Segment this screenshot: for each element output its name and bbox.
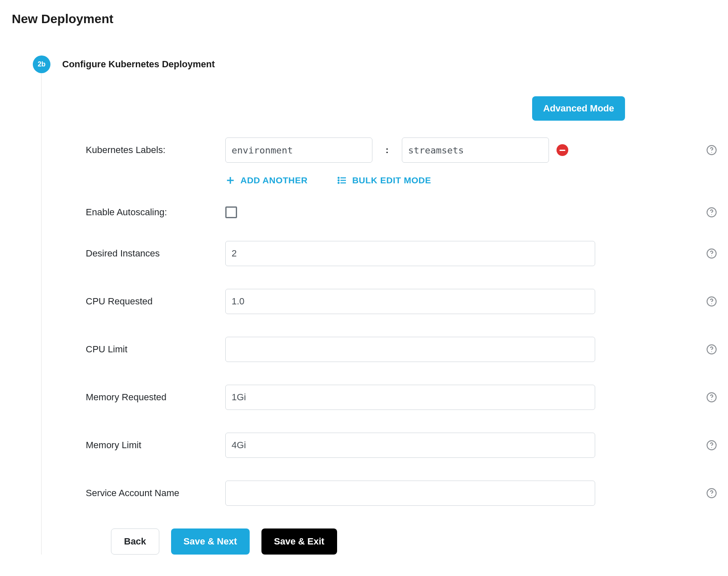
cpu-requested-label: CPU Requested [86, 296, 225, 307]
svg-point-8 [711, 256, 712, 256]
cpu-requested-input[interactable] [225, 289, 595, 314]
back-button[interactable]: Back [111, 528, 159, 555]
service-account-name-label: Service Account Name [86, 488, 225, 499]
label-value-input[interactable] [402, 137, 549, 163]
desired-instances-input[interactable] [225, 241, 595, 266]
step-header: 2b Configure Kubernetes Deployment [33, 55, 720, 73]
remove-label-button[interactable] [557, 144, 568, 156]
save-next-button[interactable]: Save & Next [171, 528, 250, 555]
desired-instances-label: Desired Instances [86, 248, 225, 259]
help-icon[interactable] [706, 207, 717, 218]
label-key-input[interactable] [225, 137, 372, 163]
wizard-content: 2b Configure Kubernetes Deployment Advan… [41, 55, 720, 555]
help-icon[interactable] [706, 392, 717, 403]
svg-point-3 [338, 180, 339, 181]
footer-actions: Back Save & Next Save & Exit [111, 528, 720, 555]
step-badge: 2b [33, 55, 50, 73]
add-another-button[interactable]: ADD ANOTHER [225, 175, 308, 185]
cpu-limit-input[interactable] [225, 337, 595, 362]
svg-point-6 [711, 214, 712, 215]
help-icon[interactable] [706, 440, 717, 451]
step-title: Configure Kubernetes Deployment [62, 59, 215, 70]
memory-limit-input[interactable] [225, 433, 595, 458]
svg-point-1 [711, 152, 712, 153]
list-icon [337, 175, 347, 185]
enable-autoscaling-checkbox[interactable] [225, 206, 237, 218]
svg-point-14 [711, 399, 712, 400]
svg-point-4 [338, 182, 339, 183]
svg-point-18 [711, 495, 712, 496]
add-another-label: ADD ANOTHER [240, 175, 308, 185]
help-icon[interactable] [706, 344, 717, 355]
kv-separator: : [372, 145, 402, 156]
memory-limit-label: Memory Limit [86, 440, 225, 451]
memory-requested-label: Memory Requested [86, 392, 225, 403]
svg-point-10 [711, 304, 712, 304]
help-icon[interactable] [706, 248, 717, 259]
help-icon[interactable] [706, 296, 717, 307]
page-title: New Deployment [12, 12, 720, 26]
kubernetes-labels-label: Kubernetes Labels: [86, 145, 225, 156]
advanced-mode-button[interactable]: Advanced Mode [532, 96, 625, 121]
minus-icon [559, 150, 565, 151]
memory-requested-input[interactable] [225, 385, 595, 410]
enable-autoscaling-label: Enable Autoscaling: [86, 207, 225, 218]
help-icon[interactable] [706, 488, 717, 499]
svg-point-16 [711, 447, 712, 448]
help-icon[interactable] [706, 145, 717, 156]
plus-icon [225, 175, 235, 185]
svg-point-12 [711, 351, 712, 352]
save-exit-button[interactable]: Save & Exit [261, 528, 337, 555]
svg-point-2 [338, 177, 339, 178]
bulk-edit-button[interactable]: BULK EDIT MODE [337, 175, 431, 185]
cpu-limit-label: CPU Limit [86, 344, 225, 355]
bulk-edit-label: BULK EDIT MODE [352, 175, 431, 185]
service-account-name-input[interactable] [225, 481, 595, 506]
